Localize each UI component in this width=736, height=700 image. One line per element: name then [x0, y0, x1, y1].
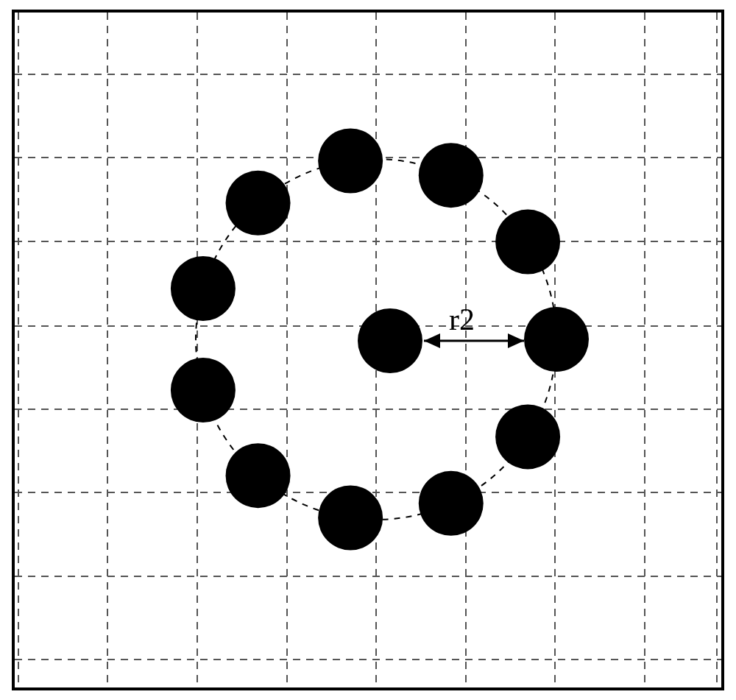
ring-dot — [524, 307, 589, 372]
ring-dot — [318, 128, 383, 193]
ring-dot — [419, 471, 484, 536]
ring-dot — [226, 443, 291, 508]
center-dot — [358, 308, 422, 373]
radius-label: r2 — [449, 303, 475, 336]
svg-marker-2 — [508, 333, 524, 348]
ring-dot — [171, 358, 236, 423]
ring-dot — [318, 486, 383, 551]
ring-dot — [171, 256, 236, 321]
ring-dot — [419, 143, 484, 208]
ring-dot — [226, 171, 291, 236]
ring-dot — [495, 404, 560, 469]
ring-dot — [495, 210, 560, 275]
svg-marker-1 — [424, 333, 440, 348]
